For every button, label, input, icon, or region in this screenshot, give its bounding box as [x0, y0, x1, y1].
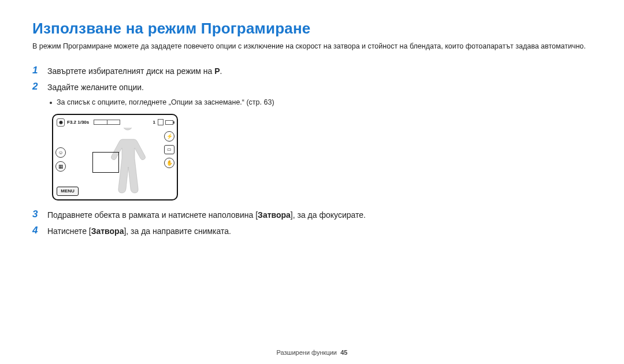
stabilizer-icon: ✋	[164, 158, 174, 168]
step-1: 1 Завъртете избирателният диск на режим …	[32, 65, 391, 77]
manual-page: Използване на режим Програмиране В режим…	[0, 0, 624, 364]
ev-scale-icon	[94, 120, 120, 125]
resolution-icon: ▭	[164, 145, 174, 154]
step-number: 3	[32, 209, 47, 220]
camera-lcd: ◉ F3.2 1/30s 1 ⚡ ▭ ✋ ☺ ▦	[52, 114, 178, 200]
footer-page-number: 45	[340, 349, 347, 356]
bullet-icon	[50, 102, 52, 104]
lcd-right-icons: ⚡ ▭ ✋	[164, 131, 174, 168]
flash-icon: ⚡	[164, 131, 174, 142]
step-2-bullet: За списък с опциите, погледнете „Опции з…	[50, 97, 391, 108]
steps-list: 1 Завъртете избирателният диск на режим …	[32, 65, 391, 238]
mode-p-icon: P	[214, 66, 220, 76]
battery-icon	[165, 120, 173, 125]
step-3: 3 Подравнете обекта в рамката и натиснет…	[32, 209, 391, 222]
step-text: Задайте желаните опции.	[47, 81, 144, 94]
step-1-text-a: Завъртете избирателният диск на режим на	[47, 66, 214, 76]
shot-count: 1	[153, 120, 155, 125]
step-1-text-b: .	[220, 66, 222, 76]
shutter-bold: Затвора	[91, 226, 124, 236]
lcd-illustration: ◉ F3.2 1/30s 1 ⚡ ▭ ✋ ☺ ▦	[52, 114, 391, 200]
intro-paragraph: В режим Програмиране можете да зададете …	[32, 41, 592, 52]
step-number: 2	[32, 81, 47, 92]
menu-button-icon: MENU	[57, 187, 79, 196]
page-footer: Разширени функции 45	[0, 349, 624, 356]
shutter-bold: Затвора	[258, 210, 291, 220]
focus-frame-icon	[92, 152, 119, 173]
camera-mode-icon: ◉	[57, 118, 65, 127]
step-text: Подравнете обекта в рамката и натиснете …	[47, 209, 366, 222]
sd-card-icon	[158, 119, 164, 125]
step-text: Натиснете [Затвора], за да направите сни…	[47, 225, 231, 238]
step-2: 2 Задайте желаните опции.	[32, 81, 391, 94]
step-4-text-b: ], за да направите снимката.	[124, 226, 231, 236]
footer-section: Разширени функции	[277, 349, 337, 356]
step-3-text-a: Подравнете обекта в рамката и натиснете …	[47, 210, 258, 220]
step-number: 4	[32, 225, 47, 236]
step-number: 1	[32, 65, 47, 76]
step-text: Завъртете избирателният диск на режим на…	[47, 65, 222, 77]
lcd-top-bar: ◉ F3.2 1/30s 1	[57, 117, 173, 128]
metering-icon: ▦	[55, 161, 66, 172]
step-4: 4 Натиснете [Затвора], за да направите с…	[32, 225, 391, 238]
step-4-text-a: Натиснете [	[47, 226, 91, 236]
bullet-text: За списък с опциите, погледнете „Опции з…	[57, 97, 274, 108]
page-title: Използване на режим Програмиране	[32, 20, 592, 38]
face-detect-icon: ☺	[55, 147, 66, 158]
exposure-readout: F3.2 1/30s	[67, 120, 89, 125]
lcd-left-icons: ☺ ▦	[55, 147, 66, 172]
step-3-text-b: ], за да фокусирате.	[291, 210, 366, 220]
